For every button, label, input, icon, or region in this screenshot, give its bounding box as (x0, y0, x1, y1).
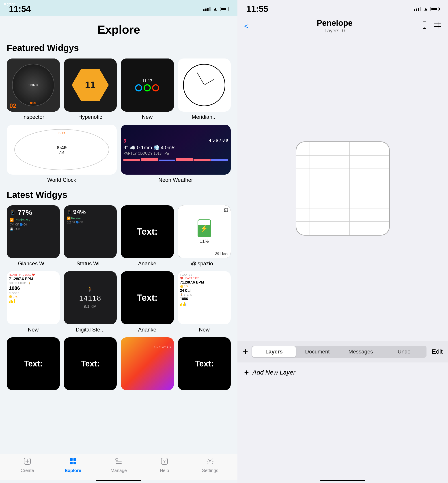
ispazio-preview: ⚡ 11% 🎧 391 kcal (178, 205, 231, 258)
status-icons-left: ▲ (203, 6, 228, 12)
grid-lines (296, 142, 389, 235)
widget-item-new-health2[interactable]: FLOORS 3 ❤️ HEART RATE 71.2/87.6 BPM 🟡 C… (178, 271, 231, 333)
svg-point-10 (209, 460, 211, 462)
widget-item-glances[interactable]: 📱 77% 📶 Pereira 5G ((•)) Off 🔵 Off 💾 9 G… (7, 205, 60, 267)
home-indicator-right (320, 480, 365, 481)
widget-label-ispazio: @ispazio... (191, 261, 217, 267)
status-preview: 📱 94% 📶 Pereira ((•)) Off 🔵 Off (64, 205, 117, 258)
featured-widget-grid: 11:15:16 02 88% Inspector 11 (7, 58, 231, 120)
tab-group: Layers Document Messages Undo (252, 346, 426, 358)
svg-rect-4 (73, 458, 76, 461)
text2-preview: Text: (64, 337, 117, 390)
nav-title: Penelope (317, 18, 352, 28)
tab-manage-label: Manage (111, 468, 127, 473)
new-health2-preview: FLOORS 3 ❤️ HEART RATE 71.2/87.6 BPM 🟡 C… (178, 271, 231, 324)
back-button[interactable]: < (244, 22, 249, 31)
widget-thumb-new: 11 17 (121, 58, 174, 112)
right-panel: 11:55 ▲ < Penelope Layers: 0 (237, 0, 448, 483)
widget-thumb-neon: 3 4 5 6 7 8 9 9° ☁️ 0.1mm 💨 4.0m/s PARTL… (121, 125, 231, 175)
layers-toolbar: + Layers Document Messages Undo Edit (237, 341, 448, 362)
widget-label-inspector: Inspector (22, 114, 44, 120)
layers-panel: + Layers Document Messages Undo Edit + A… (237, 341, 448, 475)
status-bar-left: 11:54 ▲ (0, 0, 237, 16)
tab-manage[interactable]: Manage (108, 458, 130, 473)
widget-item-text1[interactable]: Text: (7, 337, 60, 390)
widget-thumb-text3: Text: (178, 337, 231, 390)
neon-preview: 3 4 5 6 7 8 9 9° ☁️ 0.1mm 💨 4.0m/s PARTL… (121, 125, 231, 175)
grid-icon[interactable] (434, 21, 441, 31)
widget-item-ananke[interactable]: Text: Ananke (121, 205, 174, 267)
tab-settings[interactable]: Settings (199, 458, 221, 473)
nav-bar: < Penelope Layers: 0 (237, 16, 448, 36)
widget-item-hypenotic[interactable]: 11 Hypenotic (64, 58, 117, 120)
widget-thumb-worldclock: BUD 8:49 AM (7, 125, 117, 175)
canvas-area (237, 36, 448, 341)
svg-rect-5 (70, 462, 72, 464)
battery-icon-right (431, 7, 439, 11)
widget-item-digital[interactable]: 🚶 14118 9.1 KM Digital Ste... (64, 271, 117, 333)
digital-preview: 🚶 14118 9.1 KM (64, 271, 117, 324)
tab-messages[interactable]: Messages (339, 346, 383, 357)
signal-icon-right (414, 7, 421, 11)
widget-item-new-health[interactable]: HEART RATE 15:50 ❤️ 71.2/87.6 BPM STEPS … (7, 271, 60, 333)
signal-icon (203, 7, 211, 11)
meridian-preview (178, 58, 231, 112)
svg-rect-6 (73, 462, 76, 464)
latest-widget-grid-1: 📱 77% 📶 Pereira 5G ((•)) Off 🔵 Off 💾 9 G… (7, 205, 231, 267)
svg-rect-3 (70, 458, 72, 461)
add-layer-row[interactable]: + Add New Layer (237, 362, 448, 383)
add-layer-plus-icon: + (244, 368, 249, 377)
left-content: Explore Featured Widgys 11:15:16 02 88% … (0, 16, 237, 454)
widget-item-neon[interactable]: 3 4 5 6 7 8 9 9° ☁️ 0.1mm 💨 4.0m/s PARTL… (121, 125, 231, 183)
wifi-icon-right: ▲ (423, 6, 428, 12)
tab-help[interactable]: ? Help (153, 458, 176, 473)
tab-layers[interactable]: Layers (252, 346, 296, 357)
tab-explore[interactable]: Explore (62, 458, 84, 473)
svg-point-13 (424, 28, 425, 28)
widget-item-text3[interactable]: Text: (178, 337, 231, 390)
battery-fill-right (432, 8, 437, 10)
latest-widget-grid-2: HEART RATE 15:50 ❤️ 71.2/87.6 BPM STEPS … (7, 271, 231, 333)
widget-thumb-glances: 📱 77% 📶 Pereira 5G ((•)) Off 🔵 Off 💾 9 G… (7, 205, 60, 258)
widget-label-status: Status Wi... (76, 261, 104, 267)
latest-widget-grid-3: Text: Text: Hi grace SMTWTFS (7, 337, 231, 390)
widget-item-text2[interactable]: Text: (64, 337, 117, 390)
tab-document[interactable]: Document (296, 346, 339, 357)
widget-item-worldclock[interactable]: BUD 8:49 AM World Clock (7, 125, 117, 183)
widget-label-ananke: Ananke (138, 261, 156, 267)
new-preview: 11 17 (121, 58, 174, 112)
tab-help-label: Help (160, 468, 169, 473)
widget-thumb-new-health2: FLOORS 3 ❤️ HEART RATE 71.2/87.6 BPM 🟡 C… (178, 271, 231, 324)
tab-undo[interactable]: Undo (382, 346, 426, 357)
widget-item-hi-grace[interactable]: Hi grace SMTWTFS (121, 337, 174, 390)
widget-item-ispazio[interactable]: ⚡ 11% 🎧 391 kcal @ispazio... (178, 205, 231, 267)
tab-explore-label: Explore (65, 468, 81, 473)
device-icon[interactable] (421, 21, 428, 31)
explore-icon (69, 458, 77, 467)
widget-item-new[interactable]: 11 17 New (121, 58, 174, 120)
widget-thumb-status: 📱 94% 📶 Pereira ((•)) Off 🔵 Off (64, 205, 117, 258)
widget-item-meridian[interactable]: Meridian... (178, 58, 231, 120)
featured-section-title: Featured Widgys (7, 43, 231, 53)
widget-thumb-ananke2: Text: (121, 271, 174, 324)
tab-create-label: Create (21, 468, 34, 473)
glances-preview: 📱 77% 📶 Pereira 5G ((•)) Off 🔵 Off 💾 9 G… (7, 205, 60, 258)
manage-icon (115, 458, 122, 467)
widget-label-meridian: Meridian... (192, 114, 217, 120)
text3-preview: Text: (178, 337, 231, 390)
widget-thumb-ananke: Text: (121, 205, 174, 258)
edit-button[interactable]: Edit (432, 348, 443, 355)
hi-grace-preview: Hi grace SMTWTFS (121, 337, 174, 390)
widget-item-status[interactable]: 📱 94% 📶 Pereira ((•)) Off 🔵 Off Status W… (64, 205, 117, 267)
widget-thumb-inspector: 11:15:16 02 88% (7, 58, 60, 112)
latest-section-title: Latest Widgys (7, 190, 231, 200)
add-button[interactable]: + (243, 347, 248, 357)
widget-thumb-new-health: HEART RATE 15:50 ❤️ 71.2/87.6 BPM STEPS … (7, 271, 60, 324)
widget-item-inspector[interactable]: 11:15:16 02 88% Inspector (7, 58, 60, 120)
widget-item-ananke2[interactable]: Text: Ananke (121, 271, 174, 333)
widget-label-worldclock: World Clock (47, 177, 76, 183)
create-icon (24, 458, 31, 467)
new-health-preview: HEART RATE 15:50 ❤️ 71.2/87.6 BPM STEPS … (7, 271, 60, 324)
tab-create[interactable]: Create (16, 458, 39, 473)
widget-label-ananke2: Ananke (138, 327, 156, 333)
